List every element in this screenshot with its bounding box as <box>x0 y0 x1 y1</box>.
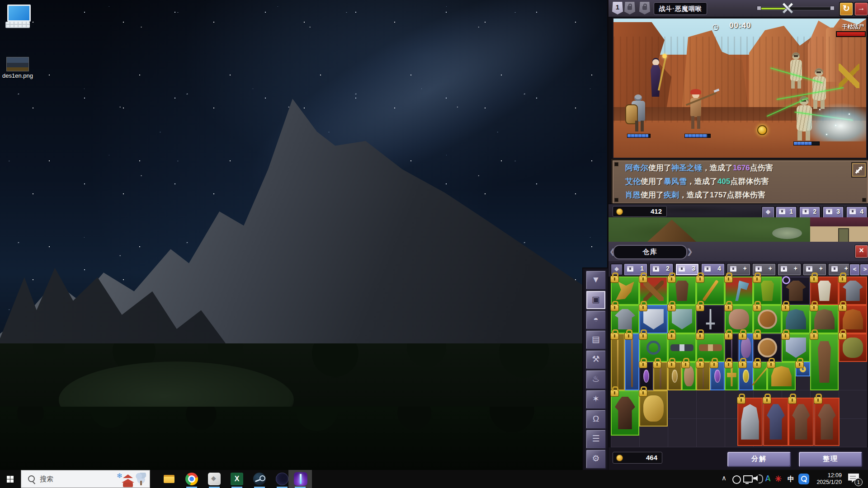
inventory-footer: 464 分解 整理 <box>609 447 868 470</box>
team-slot-button-3[interactable]: 3 <box>822 206 844 219</box>
inventory-item-pocket-watch[interactable] <box>668 362 682 390</box>
file-explorer-icon <box>164 477 175 483</box>
sidebar-warehouse-icon[interactable]: ▣ <box>585 290 606 310</box>
inventory-item-flower-pendant[interactable] <box>739 362 753 390</box>
inventory-item-steel-shield[interactable] <box>782 333 810 362</box>
item-art <box>743 370 749 382</box>
item-art <box>700 309 721 329</box>
game-titlebar: 1 战斗·恶魔咽喉 ↻ → <box>609 0 868 18</box>
inventory-tab-3[interactable]: 3 <box>675 263 699 276</box>
sidebar-enchant-icon[interactable]: ✶ <box>585 389 606 409</box>
inventory-tab-4[interactable]: 4 <box>701 263 725 276</box>
speed-badge[interactable]: 1 <box>612 2 623 14</box>
image-file-thumbnail[interactable] <box>6 57 29 71</box>
chevron-right-icon[interactable]: > <box>859 263 868 276</box>
crossed-swords-handle[interactable] <box>781 2 793 14</box>
chevron-left-icon[interactable]: < <box>849 263 860 276</box>
tray-sync-icon[interactable] <box>732 475 741 484</box>
lock-toggle-1-icon[interactable] <box>624 2 635 14</box>
inventory-item-gold-gauntlets[interactable] <box>639 390 668 427</box>
pc-keyboard-icon[interactable] <box>5 22 30 28</box>
team-slot-button-2[interactable]: 2 <box>799 206 821 219</box>
lock-toggle-2-icon[interactable] <box>639 2 650 14</box>
close-icon[interactable]: × <box>854 244 868 258</box>
chest-icon <box>826 209 832 214</box>
log-segment: 点伤害 <box>750 164 773 172</box>
slider-left-cap <box>757 6 761 10</box>
tab-number: 3 <box>692 265 695 272</box>
chest-icon <box>704 266 711 272</box>
inventory-item-gold-ring[interactable] <box>796 362 810 376</box>
network-icon[interactable] <box>743 475 753 483</box>
lock-icon <box>738 333 747 340</box>
lock-icon <box>696 333 704 340</box>
inventory-item-navy-armor[interactable] <box>763 398 788 446</box>
inventory-item-wood-stick-2[interactable] <box>696 362 710 390</box>
decompose-button[interactable]: 分解 <box>726 450 792 468</box>
team-slot-number: 4 <box>860 208 863 215</box>
lock-icon <box>814 397 822 404</box>
inventory-item-green-gauntlets[interactable] <box>839 333 867 362</box>
sidebar-tavern-icon[interactable]: ♨ <box>585 370 606 389</box>
team-slot-button-1[interactable]: 1 <box>775 206 797 219</box>
battle-log-panel: 阿奇尔使用了神圣之锤，造成了1676点伤害艾伦使用了暴风雪，造成了405点群体伤… <box>611 159 868 205</box>
inventory-item-ember-armor[interactable] <box>611 390 639 436</box>
inventory-item-violet-amulet[interactable] <box>710 362 725 390</box>
inventory-item-wood-stick[interactable] <box>653 362 668 390</box>
inventory-item-gold-staff[interactable] <box>611 333 625 390</box>
inventory-tab-add-3[interactable]: + <box>777 263 802 276</box>
sidebar-equipment-icon[interactable]: ◓ <box>585 310 606 330</box>
lock-icon <box>639 304 647 311</box>
inventory-item-gold-greathelm[interactable] <box>767 362 796 390</box>
lock-icon <box>639 361 647 368</box>
plus-icon: + <box>769 265 772 272</box>
log-segment: 405 <box>717 177 730 186</box>
inventory-item-gladiator-helm[interactable] <box>737 398 763 446</box>
sidebar-settings-icon[interactable]: ⚙ <box>585 449 606 469</box>
a-app-icon[interactable]: A <box>765 474 771 483</box>
inventory-item-gold-cross[interactable] <box>725 362 739 390</box>
inventory-item-dragon-charm[interactable] <box>753 362 767 390</box>
chest-icon <box>779 209 785 214</box>
sidebar-alerts-icon[interactable]: Ω <box>585 409 606 429</box>
search-app-icon[interactable] <box>798 474 809 484</box>
inventory-item-voodoo-doll[interactable] <box>682 362 696 390</box>
sidebar-journal-icon[interactable]: ▤ <box>585 330 606 350</box>
lock-icon <box>724 333 733 340</box>
inventory-item-wand[interactable] <box>725 333 739 362</box>
clock[interactable]: 12:09 2025/1/20 <box>813 472 842 486</box>
diamond-team-button[interactable]: ◆ <box>761 206 775 219</box>
inventory-item-leather-armor-a[interactable] <box>788 398 814 446</box>
chest-icon <box>849 209 856 214</box>
expand-log-button[interactable] <box>851 162 867 178</box>
lock-icon <box>838 304 847 311</box>
ime-indicator[interactable]: 中 <box>788 475 794 483</box>
chest-icon <box>730 266 736 272</box>
game-window: 1 战斗·恶魔咽喉 ↻ → <box>607 0 868 470</box>
inventory-item-orb-staff[interactable] <box>625 333 639 390</box>
gold-amount-bottom: 464 <box>646 454 657 461</box>
lock-icon <box>667 304 676 311</box>
inventory-item-leather-armor-b[interactable] <box>814 398 840 446</box>
taskbar-chrome[interactable] <box>181 470 203 488</box>
pc-monitor-icon[interactable] <box>7 5 31 22</box>
sort-button[interactable]: 整理 <box>797 450 863 468</box>
log-segment: 肖恩 <box>625 191 641 199</box>
exit-battle-button[interactable]: → <box>854 2 868 16</box>
pinwheel-app-icon[interactable]: ✳ <box>775 474 782 484</box>
inventory-item-fur-coat[interactable] <box>810 333 839 390</box>
tray-chevron-up-icon[interactable]: ∧ <box>722 474 726 488</box>
sidebar-collapse-icon[interactable]: ▼ <box>585 270 606 290</box>
team-slot-button-4[interactable]: 4 <box>846 206 868 219</box>
sidebar-forge-icon[interactable]: ⚒ <box>585 350 606 370</box>
item-art <box>670 344 694 351</box>
inventory-item-purple-amulet[interactable] <box>639 362 653 390</box>
sidebar-quests-icon[interactable]: ☰ <box>585 429 606 449</box>
steam-icon <box>253 473 266 485</box>
slider-right-cap <box>830 6 835 10</box>
taskbar-active-game[interactable] <box>288 470 312 488</box>
start-button[interactable] <box>0 470 21 488</box>
file-label[interactable]: des1en.png <box>0 72 35 79</box>
gold-amount: 412 <box>651 207 662 215</box>
refresh-button[interactable]: ↻ <box>839 2 854 16</box>
